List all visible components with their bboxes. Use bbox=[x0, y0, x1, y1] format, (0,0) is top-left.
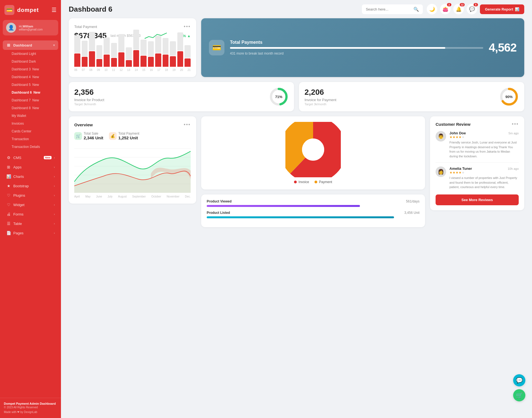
content-area: Total Payment ••• $678,345 last month $5… bbox=[61, 18, 532, 235]
bar-pair-10 bbox=[148, 41, 154, 67]
sidebar-item-dashboard-7[interactable]: Dashboard 7 New bbox=[3, 96, 58, 104]
pie-invoice-label: Invoice bbox=[298, 180, 309, 184]
logo-text: dompet bbox=[17, 7, 39, 13]
bar-pair-2 bbox=[89, 32, 95, 67]
search-input[interactable] bbox=[366, 7, 411, 11]
bar-pair-13 bbox=[170, 41, 176, 67]
wallet-badge: 2 bbox=[447, 3, 451, 6]
float-cart-btn[interactable]: 🛒 bbox=[513, 389, 525, 401]
sidebar-item-my-wallet[interactable]: My Wallet bbox=[3, 112, 58, 120]
blue-card-progress-fill bbox=[230, 47, 445, 49]
bar-gray-14 bbox=[177, 32, 183, 51]
row-3: Overview ••• 🛒 Total Sale 2,346 Unit 💰 bbox=[69, 116, 524, 227]
pie-payment-dot bbox=[314, 181, 317, 183]
invoice-product-number: 2,356 bbox=[74, 88, 104, 97]
bar-red-14 bbox=[177, 51, 183, 67]
legend-payment-label: Total Payment bbox=[118, 132, 139, 135]
legend-sale-icon: 🛒 bbox=[74, 132, 82, 140]
bar-red-8 bbox=[133, 50, 139, 67]
table-icon: ☰ bbox=[6, 221, 11, 226]
sidebar-item-plugins[interactable]: ♡ Plugins › bbox=[3, 191, 58, 200]
bar-pair-9 bbox=[140, 40, 147, 67]
invoice-payment-target: Target 3k/month bbox=[305, 102, 336, 106]
invoice-row: 2,356 Invoice for Product Target 3k/mont… bbox=[69, 82, 524, 111]
total-payment-menu[interactable]: ••• bbox=[184, 24, 191, 30]
bar-red-11 bbox=[155, 53, 161, 67]
sidebar-item-dashboard-6[interactable]: Dashboard 6 New bbox=[3, 89, 58, 96]
pie-legend-payment: Payment bbox=[314, 180, 332, 184]
dashboard-arrow: ▾ bbox=[53, 43, 55, 47]
product-listed-bar bbox=[207, 216, 394, 218]
bar-gray-13 bbox=[170, 41, 176, 56]
bar-red-1 bbox=[82, 57, 88, 67]
bar-red-15 bbox=[185, 58, 191, 67]
generate-report-button[interactable]: Generate Report 📊 bbox=[480, 4, 524, 14]
sidebar-item-widget[interactable]: ♡ Widget › bbox=[3, 200, 58, 209]
bar-red-4 bbox=[104, 55, 110, 67]
bar-gray-7 bbox=[126, 47, 132, 60]
product-listed-label: Product Listed bbox=[207, 211, 230, 215]
floating-buttons: 💬 🛒 bbox=[513, 374, 525, 401]
invoice-payment-label: Invoice for Payment bbox=[305, 98, 336, 102]
overview-card: Overview ••• 🛒 Total Sale 2,346 Unit 💰 bbox=[69, 116, 196, 204]
bar-red-6 bbox=[118, 52, 124, 67]
customer-review-card: Customer Review ••• 👨 John Doe 5m ago ★★… bbox=[430, 116, 524, 210]
sidebar-item-dashboard[interactable]: ⊞ Dashboard ▾ bbox=[3, 40, 58, 50]
review-menu[interactable]: ••• bbox=[512, 121, 519, 127]
footer-title: Dompet Payment Admin Dashboard bbox=[4, 402, 57, 405]
sidebar-item-invoices[interactable]: Invoices bbox=[3, 120, 58, 127]
charts-icon: 📊 bbox=[6, 174, 11, 179]
overview-title: Overview bbox=[74, 122, 93, 127]
pie-legend: Invoice Payment bbox=[294, 180, 332, 184]
bar-gray-10 bbox=[148, 41, 154, 56]
bell-icon-btn[interactable]: 🔔 12 bbox=[453, 4, 464, 14]
bar-pair-4 bbox=[104, 37, 110, 67]
sidebar-item-cms[interactable]: ⚙ CMS New › bbox=[3, 153, 58, 162]
sidebar-item-table[interactable]: ☰ Table › bbox=[3, 219, 58, 228]
reviewer-1-text: Friendly service Josh, Lunar and everyon… bbox=[449, 140, 519, 158]
bar-pair-1 bbox=[82, 41, 88, 67]
sidebar-item-dashboard-light[interactable]: Dashboard Light bbox=[3, 50, 58, 58]
sidebar-item-forms[interactable]: 🖨 Forms › bbox=[3, 209, 58, 219]
bar-pair-11 bbox=[155, 36, 161, 67]
dashboard-icon: ⊞ bbox=[6, 43, 11, 47]
sidebar-item-bootstrap[interactable]: ★ Bootstrap › bbox=[3, 181, 58, 191]
sidebar-item-transaction-details[interactable]: Transaction Details bbox=[3, 143, 58, 151]
see-more-reviews-button[interactable]: See More Reviews bbox=[436, 194, 519, 205]
chat-icon-btn[interactable]: 💬 5 bbox=[467, 4, 477, 14]
sidebar-item-dashboard-8[interactable]: Dashboard 8 New bbox=[3, 104, 58, 112]
plugins-icon: ♡ bbox=[6, 193, 11, 198]
hamburger-icon[interactable]: ☰ bbox=[52, 7, 57, 13]
sidebar-item-charts[interactable]: 📊 Charts › bbox=[3, 172, 58, 181]
invoice-payment-card: 2,206 Invoice for Payment Target 3k/mont… bbox=[299, 82, 524, 111]
bootstrap-icon: ★ bbox=[6, 184, 11, 188]
report-icon: 📊 bbox=[515, 7, 519, 11]
sidebar-item-cards-center[interactable]: Cards Center bbox=[3, 127, 58, 135]
footer-made: Made with ❤ by DexignLab bbox=[4, 411, 57, 414]
bar-gray-4 bbox=[104, 37, 110, 54]
user-hi: Hi,William bbox=[19, 25, 43, 28]
bar-red-3 bbox=[96, 59, 103, 67]
reviewer-2-text: I viewed a number of properties with Jus… bbox=[449, 176, 519, 189]
logo-icon: 💳 bbox=[4, 5, 14, 15]
search-icon: 🔍 bbox=[413, 7, 419, 12]
sidebar-item-pages[interactable]: 📄 Pages › bbox=[3, 228, 58, 238]
theme-toggle-btn[interactable]: 🌙 bbox=[427, 4, 437, 14]
sidebar-item-dashboard-3[interactable]: Dashboard 3 New bbox=[3, 65, 58, 73]
float-chat-btn[interactable]: 💬 bbox=[513, 374, 525, 386]
sidebar-item-apps[interactable]: ⊞ Apps › bbox=[3, 162, 58, 172]
sidebar-item-dashboard-4[interactable]: Dashboard 4 New bbox=[3, 73, 58, 81]
pie-chart-card: 62% 38% Invoice Payment bbox=[201, 116, 425, 189]
total-payment-card: Total Payment ••• $678,345 last month $5… bbox=[69, 18, 196, 77]
wallet-icon-btn[interactable]: 👛 2 bbox=[440, 4, 451, 14]
sidebar-item-transaction[interactable]: Transaction bbox=[3, 135, 58, 143]
sidebar-item-dashboard-dark[interactable]: Dashboard Dark bbox=[3, 58, 58, 65]
pie-invoice-pct: 62% bbox=[305, 149, 313, 154]
topbar: Dashboard 6 🔍 🌙 👛 2 🔔 12 💬 5 Generate Re… bbox=[61, 0, 532, 18]
overview-legend: 🛒 Total Sale 2,346 Unit 💰 Total Payment … bbox=[74, 132, 191, 140]
sidebar-nav: ⊞ Dashboard ▾ Dashboard Light Dashboard … bbox=[0, 38, 61, 398]
user-email: william@gmail.com bbox=[19, 28, 43, 31]
sidebar-item-dashboard-5[interactable]: Dashboard 5 New bbox=[3, 81, 58, 89]
pages-icon: 📄 bbox=[6, 231, 11, 235]
overview-menu[interactable]: ••• bbox=[184, 122, 191, 128]
